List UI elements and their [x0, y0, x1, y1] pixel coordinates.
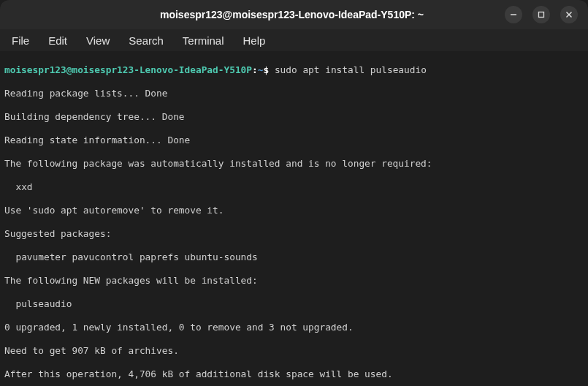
menubar: File Edit View Search Terminal Help — [0, 29, 588, 51]
terminal-line: The following package was automatically … — [4, 158, 584, 170]
terminal-line: Need to get 907 kB of archives. — [4, 345, 584, 357]
prompt-sep: : — [252, 64, 258, 75]
window-title: moisespr123@moisespr123-Lenovo-IdeaPad-Y… — [79, 9, 505, 20]
terminal-line: Building dependency tree... Done — [4, 111, 584, 123]
terminal-line: Reading package lists... Done — [4, 88, 584, 99]
terminal-line: pavumeter pavucontrol paprefs ubuntu-sou… — [4, 251, 584, 263]
menu-search[interactable]: Search — [120, 31, 172, 50]
minimize-icon — [510, 11, 517, 18]
terminal-area[interactable]: moisespr123@moisespr123-Lenovo-IdeaPad-Y… — [0, 51, 588, 386]
menu-file[interactable]: File — [3, 31, 38, 50]
terminal-line: xxd — [4, 181, 584, 193]
menu-view[interactable]: View — [77, 31, 118, 50]
svg-rect-1 — [539, 12, 544, 18]
minimize-button[interactable] — [505, 6, 522, 23]
terminal-line: Reading state information... Done — [4, 135, 584, 146]
maximize-icon — [538, 11, 545, 18]
terminal-line: 0 upgraded, 1 newly installed, 0 to remo… — [4, 322, 584, 333]
terminal-line: pulseaudio — [4, 298, 584, 310]
window-controls — [505, 6, 582, 23]
maximize-button[interactable] — [532, 6, 550, 23]
terminal-line: Suggested packages: — [4, 228, 584, 240]
titlebar: moisespr123@moisespr123-Lenovo-IdeaPad-Y… — [0, 0, 588, 29]
prompt-user-host: moisespr123@moisespr123-Lenovo-IdeaPad-Y… — [4, 64, 252, 75]
close-icon — [565, 11, 573, 18]
terminal-line: The following NEW packages will be insta… — [4, 275, 584, 287]
prompt-dollar: $ — [263, 64, 269, 75]
terminal-line: After this operation, 4,706 kB of additi… — [4, 368, 584, 380]
menu-edit[interactable]: Edit — [39, 31, 76, 50]
terminal-line: Use 'sudo apt autoremove' to remove it. — [4, 205, 584, 216]
close-button[interactable] — [560, 6, 578, 23]
menu-help[interactable]: Help — [234, 31, 275, 50]
command-text: sudo apt install pulseaudio — [275, 64, 427, 75]
menu-terminal[interactable]: Terminal — [174, 31, 233, 50]
terminal-line: moisespr123@moisespr123-Lenovo-IdeaPad-Y… — [4, 64, 584, 76]
